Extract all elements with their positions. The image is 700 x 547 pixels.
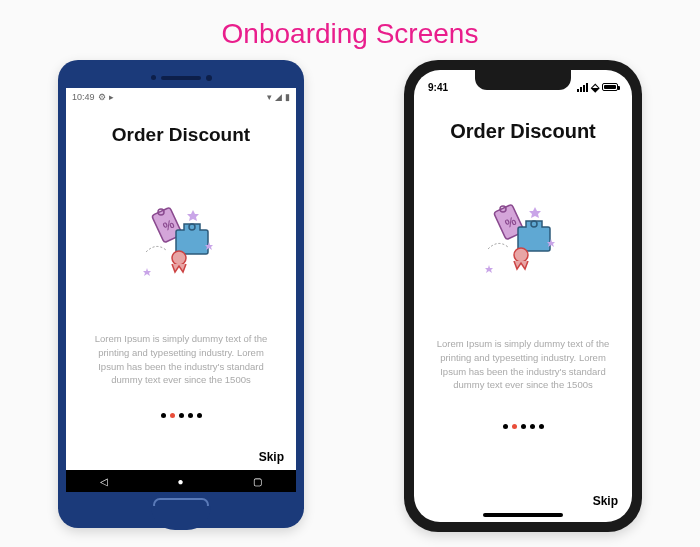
skip-button[interactable]: Skip: [259, 450, 284, 464]
dot-2[interactable]: [170, 413, 175, 418]
home-indicator[interactable]: [483, 513, 563, 517]
onboarding-title: Order Discount: [112, 124, 250, 146]
dot-3[interactable]: [179, 413, 184, 418]
home-button[interactable]: ●: [177, 476, 183, 487]
iphone-screen: 9:41 ⬙ Order Discount %: [414, 70, 632, 522]
onboarding-description: Lorem Ipsum is simply dummy text of the …: [428, 337, 618, 392]
recent-button[interactable]: ▢: [253, 476, 262, 487]
android-status-bar: 10:49 ⚙ ▸ ▾ ◢ ▮: [66, 88, 296, 106]
dot-4[interactable]: [188, 413, 193, 418]
iphone-notch: [475, 70, 571, 90]
wifi-icon: ⬙: [591, 81, 599, 94]
wifi-icon: ▾: [267, 92, 272, 102]
dot-4[interactable]: [530, 424, 535, 429]
battery-icon: [602, 83, 618, 91]
skip-button[interactable]: Skip: [593, 494, 618, 508]
onboarding-title: Order Discount: [450, 120, 596, 143]
android-nav-bar: ◁ ● ▢: [66, 470, 296, 492]
signal-icon: [577, 83, 588, 92]
android-bezel-top: [66, 68, 296, 88]
svg-point-4: [172, 251, 186, 265]
iphone-frame: 9:41 ⬙ Order Discount %: [404, 60, 642, 532]
back-button[interactable]: ◁: [100, 476, 108, 487]
iphone-onboarding-content: Order Discount %: [414, 98, 632, 522]
phones-container: 10:49 ⚙ ▸ ▾ ◢ ▮ Order Discount: [0, 60, 700, 532]
play-icon: ▸: [109, 92, 114, 102]
svg-point-9: [514, 248, 528, 262]
onboarding-description: Lorem Ipsum is simply dummy text of the …: [80, 332, 282, 387]
discount-illustration: %: [131, 192, 231, 292]
dot-1[interactable]: [503, 424, 508, 429]
pagination-dots[interactable]: [161, 413, 202, 418]
android-phone-frame: 10:49 ⚙ ▸ ▾ ◢ ▮ Order Discount: [58, 60, 304, 528]
dot-3[interactable]: [521, 424, 526, 429]
android-onboarding-content: Order Discount %: [66, 106, 296, 470]
android-screen: 10:49 ⚙ ▸ ▾ ◢ ▮ Order Discount: [66, 88, 296, 492]
pagination-dots[interactable]: [503, 424, 544, 429]
battery-icon: ▮: [285, 92, 290, 102]
dot-5[interactable]: [539, 424, 544, 429]
dot-1[interactable]: [161, 413, 166, 418]
discount-illustration: %: [473, 189, 573, 289]
gear-icon: ⚙: [98, 92, 106, 102]
status-time: 9:41: [428, 82, 448, 93]
dot-2[interactable]: [512, 424, 517, 429]
android-bezel-bottom: [66, 492, 296, 518]
signal-icon: ◢: [275, 92, 282, 102]
page-title: Onboarding Screens: [0, 0, 700, 60]
android-home-pill: [153, 498, 209, 512]
status-time: 10:49: [72, 92, 95, 102]
dot-5[interactable]: [197, 413, 202, 418]
